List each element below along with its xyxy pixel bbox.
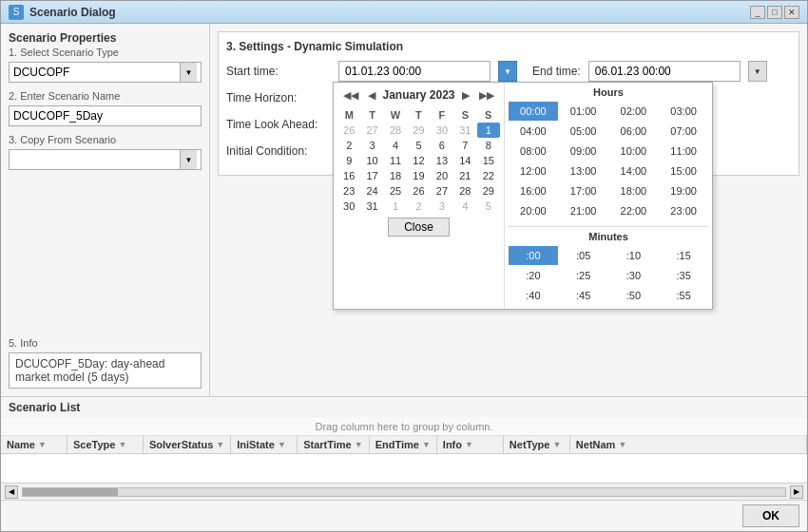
hour-cell[interactable]: 19:00	[659, 181, 708, 200]
minute-cell[interactable]: :15	[659, 246, 708, 265]
cal-next-btn[interactable]: ▶	[460, 89, 471, 102]
minute-cell[interactable]: :30	[609, 266, 659, 285]
scroll-left-btn[interactable]: ◀	[5, 485, 18, 499]
cal-prev-prev-btn[interactable]: ◀◀	[341, 89, 360, 102]
cal-day-cell[interactable]: 5	[477, 199, 500, 214]
hour-cell[interactable]: 15:00	[659, 162, 708, 180]
end-time-input[interactable]: 06.01.23 00:00	[588, 61, 741, 82]
cal-day-cell[interactable]: 16	[337, 168, 360, 183]
hour-cell[interactable]: 09:00	[559, 142, 608, 161]
minute-cell[interactable]: :35	[659, 266, 708, 285]
cal-day-cell[interactable]: 22	[477, 168, 500, 183]
cal-day-cell[interactable]: 5	[407, 138, 430, 153]
cal-day-cell[interactable]: 14	[453, 153, 476, 168]
minute-cell[interactable]: :05	[559, 246, 608, 265]
table-column-header[interactable]: IniState▼	[231, 436, 298, 453]
hour-cell[interactable]: 11:00	[659, 142, 708, 161]
table-column-header[interactable]: EndTime▼	[370, 436, 437, 453]
cal-day-cell[interactable]: 3	[431, 199, 453, 214]
cal-day-cell[interactable]: 8	[477, 138, 500, 153]
hour-cell[interactable]: 12:00	[509, 162, 558, 180]
hour-cell[interactable]: 06:00	[609, 122, 659, 141]
hour-cell[interactable]: 21:00	[559, 201, 608, 220]
hour-cell[interactable]: 02:00	[609, 102, 659, 121]
cal-day-cell[interactable]: 30	[431, 123, 453, 138]
table-column-header[interactable]: NetNam▼	[570, 436, 807, 453]
table-column-header[interactable]: Name▼	[1, 436, 67, 453]
hour-cell[interactable]: 22:00	[609, 201, 659, 220]
cal-day-cell[interactable]: 2	[337, 138, 360, 153]
cal-next-next-btn[interactable]: ▶▶	[477, 89, 496, 102]
cal-day-cell[interactable]: 2	[407, 199, 430, 214]
copy-from-arrow[interactable]: ▼	[180, 150, 197, 169]
end-time-dropdown-btn[interactable]: ▼	[748, 61, 767, 82]
cal-day-cell[interactable]: 28	[384, 123, 407, 138]
hour-cell[interactable]: 07:00	[659, 122, 708, 141]
table-column-header[interactable]: SolverStatus▼	[144, 436, 231, 453]
table-column-header[interactable]: NetType▼	[504, 436, 570, 453]
hour-cell[interactable]: 03:00	[659, 102, 708, 121]
start-time-input[interactable]: 01.01.23 00:00	[338, 61, 491, 82]
hour-cell[interactable]: 00:00	[509, 102, 558, 121]
cal-day-cell[interactable]: 31	[360, 199, 383, 214]
minute-cell[interactable]: :20	[509, 266, 558, 285]
cal-day-cell[interactable]: 3	[360, 138, 383, 153]
scenario-name-input[interactable]: DCUCOPF_5Day	[9, 105, 202, 126]
copy-from-combo[interactable]: ▼	[9, 149, 202, 170]
cal-day-cell[interactable]: 29	[407, 123, 430, 138]
hour-cell[interactable]: 01:00	[559, 102, 608, 121]
cal-day-cell[interactable]: 25	[384, 183, 407, 199]
cal-day-cell[interactable]: 24	[360, 183, 383, 199]
cal-day-cell[interactable]: 1	[384, 199, 407, 214]
cal-day-cell[interactable]: 18	[384, 168, 407, 183]
cal-day-cell[interactable]: 17	[360, 168, 383, 183]
hour-cell[interactable]: 20:00	[509, 201, 558, 220]
cal-day-cell[interactable]: 4	[453, 199, 476, 214]
hour-cell[interactable]: 10:00	[609, 142, 659, 161]
scrollbar-track[interactable]	[22, 487, 786, 497]
minute-cell[interactable]: :10	[609, 246, 659, 265]
cal-day-cell[interactable]: 20	[431, 168, 453, 183]
cal-prev-btn[interactable]: ◀	[366, 89, 377, 102]
scenario-type-arrow[interactable]: ▼	[180, 63, 197, 82]
cal-day-cell[interactable]: 6	[431, 138, 453, 153]
cal-day-cell[interactable]: 26	[407, 183, 430, 199]
table-column-header[interactable]: Info▼	[437, 436, 504, 453]
hour-cell[interactable]: 18:00	[609, 181, 659, 200]
restore-button[interactable]: □	[767, 6, 782, 19]
cal-day-cell[interactable]: 31	[453, 123, 476, 138]
cal-day-cell[interactable]: 29	[477, 183, 500, 199]
scenario-type-combo[interactable]: DCUCOPF ▼	[9, 62, 202, 83]
minute-cell[interactable]: :00	[509, 246, 558, 265]
table-column-header[interactable]: StartTime▼	[298, 436, 369, 453]
close-button[interactable]: ✕	[784, 6, 799, 19]
cal-day-cell[interactable]: 15	[477, 153, 500, 168]
cal-day-cell[interactable]: 7	[453, 138, 476, 153]
cal-day-cell[interactable]: 30	[337, 199, 360, 214]
cal-day-cell[interactable]: 21	[453, 168, 476, 183]
minute-cell[interactable]: :40	[509, 286, 558, 305]
cal-day-cell[interactable]: 27	[431, 183, 453, 199]
cal-day-cell[interactable]: 26	[337, 123, 360, 138]
minute-cell[interactable]: :55	[659, 286, 708, 305]
cal-day-cell[interactable]: 27	[360, 123, 383, 138]
scroll-right-btn[interactable]: ▶	[790, 485, 803, 499]
hour-cell[interactable]: 13:00	[559, 162, 608, 180]
hour-cell[interactable]: 04:00	[509, 122, 558, 141]
minute-cell[interactable]: :50	[609, 286, 659, 305]
hour-cell[interactable]: 08:00	[509, 142, 558, 161]
minute-cell[interactable]: :45	[559, 286, 608, 305]
cal-day-cell[interactable]: 10	[360, 153, 383, 168]
cal-day-cell[interactable]: 19	[407, 168, 430, 183]
cal-day-cell[interactable]: 23	[337, 183, 360, 199]
hour-cell[interactable]: 23:00	[659, 201, 708, 220]
hour-cell[interactable]: 05:00	[559, 122, 608, 141]
hour-cell[interactable]: 17:00	[559, 181, 608, 200]
minute-cell[interactable]: :25	[559, 266, 608, 285]
ok-button[interactable]: OK	[742, 504, 799, 527]
cal-day-cell[interactable]: 13	[431, 153, 453, 168]
cal-day-cell[interactable]: 9	[337, 153, 360, 168]
table-column-header[interactable]: SceType▼	[67, 436, 144, 453]
hour-cell[interactable]: 14:00	[609, 162, 659, 180]
start-time-dropdown-btn[interactable]: ▼	[498, 61, 517, 82]
